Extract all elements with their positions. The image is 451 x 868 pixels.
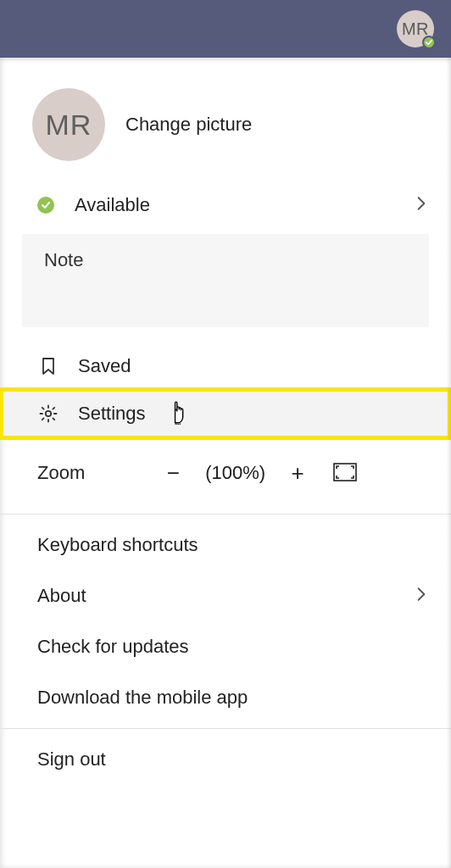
presence-badge-available-icon [422,36,436,49]
fullscreen-icon [333,462,357,485]
plus-icon: + [292,460,304,487]
change-picture-button[interactable]: Change picture [125,114,252,136]
fullscreen-button[interactable] [330,458,360,488]
app-root: MR MR Change picture Available [0,0,451,868]
keyboard-shortcuts-menu-item[interactable]: Keyboard shortcuts [0,520,451,570]
topbar-avatar[interactable]: MR [397,10,434,47]
zoom-row: Zoom − (100%) + [0,437,451,509]
saved-label: Saved [78,355,131,377]
chevron-right-icon [414,585,429,607]
presence-status-label: Available [75,194,150,216]
saved-menu-item[interactable]: Saved [0,342,451,390]
zoom-label: Zoom [37,462,85,484]
sign-out-label: Sign out [37,748,106,771]
presence-row[interactable]: Available [0,181,451,229]
about-menu-item[interactable]: About [0,570,451,621]
top-bar: MR [0,0,451,58]
settings-menu-item[interactable]: Settings [2,390,449,437]
pointer-cursor-icon [166,398,190,430]
status-note-input[interactable]: Note [22,234,429,327]
profile-header: MR Change picture [0,58,451,181]
zoom-percent-display: (100%) [205,462,265,484]
download-mobile-menu-item[interactable]: Download the mobile app [0,672,451,723]
about-label: About [37,585,86,607]
gear-icon [37,403,59,425]
check-updates-label: Check for updates [37,636,189,658]
svg-point-0 [46,411,51,416]
available-presence-icon [37,197,54,214]
download-mobile-label: Download the mobile app [37,687,248,709]
keyboard-shortcuts-label: Keyboard shortcuts [37,534,198,556]
check-updates-menu-item[interactable]: Check for updates [0,621,451,672]
profile-flyout-panel: MR Change picture Available Note [0,58,451,868]
note-placeholder: Note [44,249,83,270]
zoom-in-button[interactable]: + [281,456,315,490]
minus-icon: − [167,460,180,487]
divider [0,514,451,515]
profile-avatar-initials: MR [46,108,92,142]
chevron-right-icon [414,194,429,216]
bookmark-icon [37,355,59,377]
zoom-out-button[interactable]: − [156,456,190,490]
profile-avatar[interactable]: MR [32,88,105,161]
sign-out-menu-item[interactable]: Sign out [0,734,451,785]
divider [0,728,451,729]
change-picture-label: Change picture [125,114,252,135]
settings-label: Settings [78,403,146,425]
